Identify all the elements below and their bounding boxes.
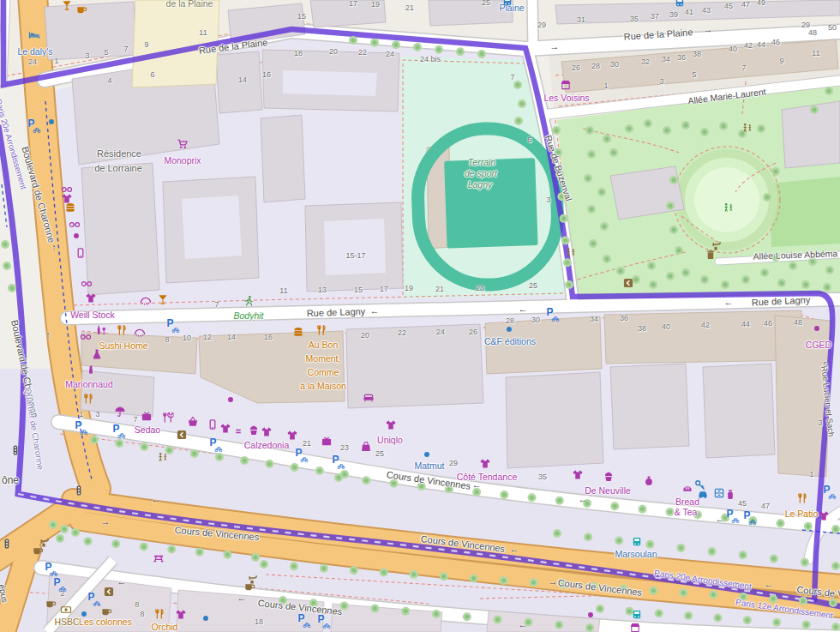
map-label-terrain: Terrain [468,157,495,167]
map-label-cged: CGED [806,340,831,350]
oneway-arrow-icon: ← [510,544,519,554]
house-number: 14 [238,75,247,84]
tv-icon [321,436,333,448]
map-label-r-sidence: Résidence [97,148,141,159]
dot-icon [46,117,57,128]
map-label-monoprix: Monoprix [164,155,201,166]
map-label-cours-de-vincennes: Cours de Vincennes [420,533,506,554]
tshirt-icon [176,609,187,620]
house-number: 19 [405,284,413,292]
house-number: 42 [701,321,710,329]
map-label-quartier-de-charonne: Quartier de Charonne [23,387,45,470]
house-number: 38 [693,50,701,58]
dot-icon [585,610,597,621]
map-label-les-voisins: Les Voisins [543,93,589,103]
oneway-arrow-icon: ↑ [51,242,57,252]
map-label-paris-20e-arrondissement: Paris 20e Arrondissement [0,98,28,190]
people-icon [742,123,753,134]
tshirt-icon [386,419,397,430]
map-viewport[interactable]: Rue de la PlaineRue de la PlaineAllée Ma… [0,0,840,632]
house-number: 8 [140,610,144,618]
cocktail-icon [62,0,73,11]
house-number: 18 [255,617,263,626]
map-label-hsbc: HSBC [54,617,79,627]
house-number: 48 [808,28,817,37]
bicycle-parking-icon: P [88,593,101,607]
bicycle-parking-icon: P [75,421,88,436]
bicycle-parking-icon: P [744,511,757,526]
map-label-marionnaud: Marionnaud [65,379,112,389]
house-number: 29 [537,21,546,29]
map-label-weill-stock: Weill Stock [70,310,115,320]
chest-icon [714,488,725,499]
map-label-cours-de-vincennes: Cours de Vincennes [557,577,643,598]
fountain-icon [39,537,51,548]
map-label-rue-de-lagny: Rue de Lagny [307,306,366,318]
oneway-arrow-icon: ↑ [45,329,51,340]
house-number: 8 [165,335,169,344]
map-label-uniqlo: Uniqlo [377,435,403,445]
house-number: 18 [294,49,303,57]
house-number: 8 [135,600,139,609]
traffic-icon [2,539,13,550]
glasses-icon [81,332,92,343]
house-number: 7 [123,45,128,53]
house-number: 9 [144,40,148,49]
house-number: 46 [764,319,772,328]
house-number: 3 [818,418,822,427]
perfume-icon [644,476,655,487]
cutlery-icon [316,325,327,336]
map-label-paris-20e-arrondissement: Paris 20e Arrondissement [654,569,753,592]
glasses-icon [81,279,93,290]
oneway-arrow-icon: → [704,24,713,34]
house-number: 26 [572,63,580,72]
oneway-arrow-icon: ← [519,619,528,629]
map-label-calzedonia: Calzedonia [244,440,290,450]
letterbox-icon [623,278,634,289]
bag-icon [361,442,372,453]
house-number: 6 [150,70,154,79]
house-number: 25 [482,0,490,7]
bicycle-parking-icon: P [547,308,560,322]
house-number: 21 [435,285,444,293]
cup-icon [76,4,87,15]
lashes-icon [135,328,146,340]
map-label-all-e-marie-laurent: Allée Marie-Laurent [687,86,766,105]
cup-icon [101,606,112,617]
house-number: 24 [436,328,445,336]
map-label-rue-de-buzenval: Rue de Buzenval [543,134,574,202]
people-icon [158,452,169,463]
map-label-de-neuville: De Neuville [585,485,631,496]
house-number: 45 [738,499,747,508]
tshirt-icon [480,458,491,469]
map-label-sushi-home: Sushi Home [99,340,147,351]
phone-icon [75,248,87,259]
picnic-icon [153,553,165,564]
map-label-lagny: Lagny [468,179,493,190]
house-number: 40 [729,45,737,53]
house-number: 9 [779,57,783,65]
house-number: 3 [85,51,89,60]
jar-icon [725,490,736,501]
car-icon [698,489,709,500]
house-number: 1 [603,81,608,90]
tools-icon [163,412,174,424]
bicycle-parking-icon: P [333,455,345,470]
house-number: 37 [651,12,659,21]
map-label-all-e-louise-abb-ma: Allée Louise Abbéma [753,248,837,261]
house-number: 22 [358,48,367,57]
house-number: 21 [405,3,414,12]
map-label-ne: ône [2,474,19,486]
house-number: 50 [828,23,837,32]
house-number: 35 [630,15,639,23]
tshirt-icon [261,426,273,437]
oneway-arrow-icon: ← [237,593,247,603]
tshirt-icon [86,292,97,304]
house-number: 1 [54,57,58,65]
oneway-arrow-icon: ← [579,494,588,504]
map-label-boulevard-de-charonne: Boulevard de Charonne [20,145,57,244]
awning-icon [561,80,572,91]
house-number: 24 [28,57,37,66]
bus-icon [502,0,513,8]
map-label-tea: & Tea [675,507,698,517]
